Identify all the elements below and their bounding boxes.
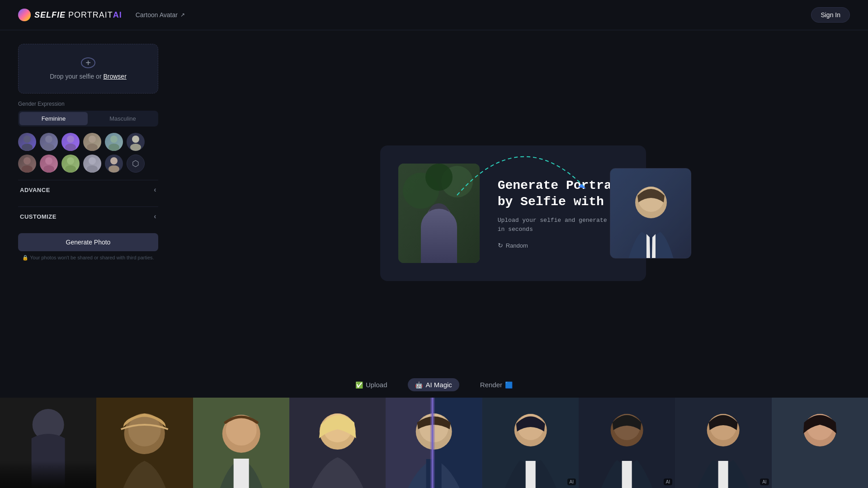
upload-tab-icon: ✅ (355, 381, 363, 389)
random-button[interactable]: ↻ Random (498, 242, 528, 249)
advance-section: ADVANCE ‹ (18, 180, 158, 199)
gender-label: Gender Expression (18, 101, 158, 107)
svg-point-20 (110, 157, 118, 164)
hero-subtitle: Upload your selfie and generate photoin … (498, 216, 628, 235)
logo-text: SELFIE PORTRAITAI (34, 10, 122, 20)
svg-point-12 (24, 157, 31, 164)
gallery-item[interactable] (772, 398, 868, 488)
upload-text: Drop your selfie or Browser (50, 73, 127, 80)
gender-feminine-button[interactable]: Feminine (19, 112, 88, 125)
svg-point-4 (67, 136, 74, 143)
advance-header[interactable]: ADVANCE ‹ (18, 180, 158, 199)
ai-badge: AI (664, 479, 672, 485)
svg-point-0 (24, 136, 31, 143)
avatar-item[interactable] (105, 133, 123, 151)
logo-icon (18, 9, 31, 21)
avatar-grid: ⬡ (18, 133, 158, 173)
gallery-item[interactable]: AI (579, 398, 675, 488)
gallery-item[interactable] (96, 398, 193, 488)
logo[interactable]: SELFIE PORTRAITAI (18, 9, 122, 21)
avatar-item[interactable] (83, 133, 101, 151)
svg-point-11 (130, 144, 141, 151)
svg-point-9 (108, 144, 119, 151)
customize-header[interactable]: CUSTOMIZE ‹ (18, 207, 158, 226)
svg-point-14 (45, 157, 52, 164)
dashed-arc (453, 132, 588, 204)
svg-marker-22 (578, 184, 586, 188)
svg-point-16 (67, 157, 74, 164)
upload-tab-label: Upload (366, 381, 387, 389)
nav-link-cartoon-avatar[interactable]: Cartoon Avatar ↗ (136, 11, 185, 19)
main-content: + Drop your selfie or Browser Gender Exp… (0, 30, 868, 396)
avatar-item[interactable] (61, 133, 80, 151)
avatar-3d-cube[interactable]: ⬡ (127, 155, 145, 173)
svg-rect-45 (233, 459, 249, 488)
avatar-item[interactable] (61, 155, 80, 173)
svg-point-15 (43, 165, 54, 173)
svg-rect-38 (0, 461, 96, 488)
customize-chevron-icon: ‹ (154, 212, 156, 221)
browser-link[interactable]: Browser (103, 73, 126, 80)
svg-point-17 (65, 165, 76, 173)
gallery-row: AI AI AI (0, 398, 868, 488)
refresh-icon: ↻ (498, 242, 503, 249)
svg-point-8 (110, 136, 118, 143)
svg-point-10 (132, 136, 139, 143)
gallery-item-transition[interactable] (386, 398, 482, 488)
svg-point-18 (89, 157, 96, 164)
avatar-item[interactable] (40, 133, 58, 151)
tab-ai-magic[interactable]: 🤖 AI Magic (408, 378, 459, 391)
ai-badge: AI (760, 479, 769, 485)
sign-in-button[interactable]: Sign In (811, 7, 850, 23)
gender-section: Gender Expression Feminine Masculine (18, 101, 158, 127)
avatar-item[interactable] (83, 155, 101, 173)
gallery-item[interactable] (0, 398, 96, 488)
advance-chevron-icon: ‹ (154, 186, 156, 194)
tabs-row: ✅ Upload 🤖 AI Magic Render 🟦 (0, 372, 868, 398)
svg-point-13 (22, 165, 33, 173)
plus-icon: + (81, 57, 95, 68)
svg-point-6 (89, 136, 96, 143)
bottom-section: ✅ Upload 🤖 AI Magic Render 🟦 (0, 372, 868, 488)
render-tab-label: Render (480, 381, 502, 389)
customize-section: CUSTOMIZE ‹ (18, 206, 158, 226)
header: SELFIE PORTRAITAI Cartoon Avatar ↗ Sign … (0, 0, 868, 30)
svg-point-21 (108, 165, 119, 173)
result-svg (610, 169, 691, 258)
upload-area[interactable]: + Drop your selfie or Browser (18, 44, 158, 94)
svg-rect-56 (430, 398, 435, 488)
gender-masculine-button[interactable]: Masculine (89, 112, 157, 125)
svg-point-27 (425, 164, 453, 191)
gallery-item[interactable] (193, 398, 289, 488)
gender-toggle: Feminine Masculine (18, 111, 158, 127)
svg-point-7 (87, 144, 98, 151)
generate-photo-button[interactable]: Generate Photo (18, 233, 158, 251)
svg-rect-69 (718, 461, 728, 488)
tab-upload[interactable]: ✅ Upload (348, 378, 395, 391)
left-panel: + Drop your selfie or Browser Gender Exp… (18, 44, 158, 383)
privacy-note: 🔒 Your photos won't be shared or shared … (18, 255, 158, 261)
svg-point-5 (65, 144, 76, 151)
avatar-item[interactable] (105, 155, 123, 173)
avatar-item[interactable] (127, 133, 145, 151)
gallery-item[interactable] (289, 398, 386, 488)
result-preview (610, 168, 691, 258)
svg-point-1 (22, 144, 33, 151)
render-tab-icon: 🟦 (505, 381, 513, 389)
tab-render[interactable]: Render 🟦 (473, 378, 520, 391)
avatar-item[interactable] (18, 155, 36, 173)
avatar-item[interactable] (18, 133, 36, 151)
svg-rect-30 (423, 231, 455, 263)
ai-badge: AI (567, 479, 576, 485)
svg-point-2 (45, 136, 52, 143)
ai-magic-tab-label: AI Magic (425, 381, 452, 389)
svg-point-19 (87, 165, 98, 173)
external-link-icon: ↗ (180, 12, 185, 18)
gallery-item[interactable]: AI (482, 398, 579, 488)
avatar-item[interactable] (40, 155, 58, 173)
gallery-item[interactable]: AI (675, 398, 771, 488)
ai-magic-tab-icon: 🤖 (415, 381, 423, 389)
hero-area: Generate Portraitby Selfie with AI Uploa… (176, 44, 850, 383)
svg-point-3 (43, 144, 54, 151)
svg-rect-65 (622, 461, 632, 488)
